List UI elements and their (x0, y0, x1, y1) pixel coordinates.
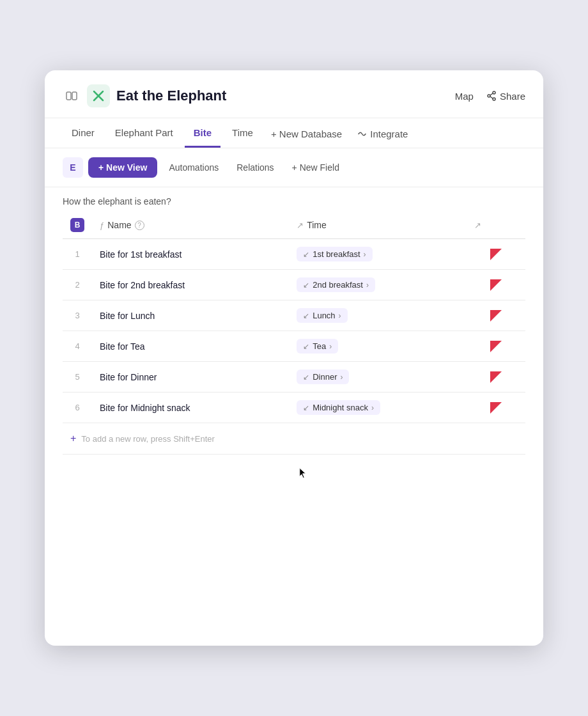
new-field-button[interactable]: + New Field (286, 157, 346, 178)
time-tag[interactable]: ↙ Lunch › (297, 308, 347, 323)
tab-new-database[interactable]: + New Database (265, 120, 348, 147)
col-header-time: ↗ Time (289, 212, 466, 239)
view-icon[interactable]: E (63, 157, 83, 178)
flag-icon (490, 371, 502, 383)
row-name-cell[interactable]: Bite for Lunch (92, 300, 289, 331)
row-number: 1 (70, 249, 84, 259)
row-name-cell[interactable]: Bite for 1st breakfast (92, 239, 289, 270)
svg-point-3 (493, 91, 495, 94)
row-flag-cell (467, 393, 525, 423)
map-button[interactable]: Map (455, 91, 474, 102)
name-col-icon: ƒ (100, 221, 104, 230)
name-help-icon[interactable]: ? (135, 221, 144, 230)
new-view-button[interactable]: + New View (88, 157, 157, 178)
add-row-hint: To add a new row, press Shift+Enter (81, 434, 214, 444)
time-tag-arrow: › (364, 250, 366, 259)
row-name-text: Bite for Dinner (100, 372, 157, 382)
extra-col-icon: ↗ (474, 221, 481, 230)
row-number: 3 (70, 311, 84, 320)
time-tag-icon: ↙ (303, 403, 309, 412)
row-flag-cell (467, 362, 525, 393)
time-tag-icon: ↙ (303, 342, 309, 351)
sidebar-toggle[interactable] (63, 87, 81, 105)
row-time-cell[interactable]: ↙ Midnight snack › (289, 393, 466, 423)
row-time-cell[interactable]: ↙ Lunch › (289, 300, 466, 331)
time-tag-arrow: › (339, 311, 341, 320)
time-tag-arrow: › (340, 373, 343, 382)
time-tag[interactable]: ↙ 2nd breakfast › (297, 277, 375, 292)
row-num-cell: 6 (63, 393, 92, 423)
time-tag[interactable]: ↙ Dinner › (297, 370, 349, 384)
share-button[interactable]: Share (486, 91, 525, 102)
table-row: 5 Bite for Dinner ↙ Dinner › (63, 362, 525, 393)
flag-icon (490, 341, 502, 352)
add-row[interactable]: + To add a new row, press Shift+Enter (63, 423, 525, 455)
tab-integrate[interactable]: Integrate (351, 120, 414, 147)
cursor-area (63, 455, 525, 506)
flag-icon (490, 310, 502, 322)
time-tag-arrow: › (329, 342, 332, 351)
row-time-cell[interactable]: ↙ Tea › (289, 331, 466, 362)
row-num-cell: 3 (63, 300, 92, 331)
row-time-cell[interactable]: ↙ 2nd breakfast › (289, 270, 466, 300)
row-number: 5 (70, 372, 84, 382)
svg-rect-1 (72, 92, 77, 100)
mouse-cursor (299, 467, 307, 479)
table-row: 2 Bite for 2nd breakfast ↙ 2nd breakfast… (63, 270, 525, 300)
toolbar: E + New View Automations Relations + New… (45, 148, 543, 187)
svg-point-4 (493, 98, 495, 100)
add-row-cell[interactable]: + To add a new row, press Shift+Enter (63, 423, 525, 455)
header-right: Map Share (455, 91, 525, 102)
automations-button[interactable]: Automations (162, 157, 225, 178)
time-tag-arrow: › (371, 403, 374, 412)
b-badge: B (70, 218, 84, 232)
time-tag-label: Dinner (313, 372, 337, 382)
time-tag-icon: ↙ (303, 250, 309, 259)
col-header-b: B (63, 212, 92, 239)
time-tag-icon: ↙ (303, 373, 309, 382)
row-name-text: Bite for Lunch (100, 311, 155, 321)
row-num-cell: 5 (63, 362, 92, 393)
tab-time[interactable]: Time (223, 118, 262, 148)
time-tag-icon: ↙ (303, 311, 309, 320)
tab-bite[interactable]: Bite (185, 118, 220, 148)
tab-diner[interactable]: Diner (63, 118, 104, 148)
table-header-row: B ƒ Name ? ↗ Time (63, 212, 525, 239)
row-number: 4 (70, 341, 84, 351)
time-tag[interactable]: ↙ Tea › (297, 339, 338, 354)
row-name-text: Bite for 1st breakfast (100, 249, 182, 260)
row-name-cell[interactable]: Bite for Dinner (92, 362, 289, 393)
row-name-cell[interactable]: Bite for Tea (92, 331, 289, 362)
flag-icon (490, 402, 502, 414)
svg-point-2 (488, 95, 490, 97)
row-time-cell[interactable]: ↙ 1st breakfast › (289, 239, 466, 270)
row-time-cell[interactable]: ↙ Dinner › (289, 362, 466, 393)
header: Eat the Elephant Map Share (45, 70, 543, 118)
row-num-cell: 2 (63, 270, 92, 300)
tabs-bar: Diner Elephant Part Bite Time + New Data… (45, 118, 543, 148)
row-name-text: Bite for Midnight snack (100, 403, 190, 413)
flag-icon (490, 249, 502, 260)
row-name-cell[interactable]: Bite for 2nd breakfast (92, 270, 289, 300)
add-row-plus-icon: + (70, 433, 76, 444)
flag-icon (490, 279, 502, 291)
row-flag-cell (467, 300, 525, 331)
row-number: 2 (70, 280, 84, 290)
time-tag-label: Midnight snack (313, 403, 368, 412)
time-tag[interactable]: ↙ Midnight snack › (297, 400, 380, 415)
table-row: 1 Bite for 1st breakfast ↙ 1st breakfast… (63, 239, 525, 270)
row-num-cell: 4 (63, 331, 92, 362)
row-flag-cell (467, 239, 525, 270)
table-row: 6 Bite for Midnight snack ↙ Midnight sna… (63, 393, 525, 423)
tab-elephant-part[interactable]: Elephant Part (106, 118, 182, 148)
time-tag[interactable]: ↙ 1st breakfast › (297, 247, 372, 261)
app-icon (87, 84, 110, 107)
col-header-name: ƒ Name ? (92, 212, 289, 239)
time-tag-label: Lunch (313, 311, 335, 320)
header-left: Eat the Elephant (63, 84, 226, 107)
row-name-cell[interactable]: Bite for Midnight snack (92, 393, 289, 423)
table-container: B ƒ Name ? ↗ Time (45, 212, 543, 646)
time-tag-label: Tea (313, 341, 326, 351)
relations-button[interactable]: Relations (230, 157, 280, 178)
data-table: B ƒ Name ? ↗ Time (63, 212, 525, 455)
